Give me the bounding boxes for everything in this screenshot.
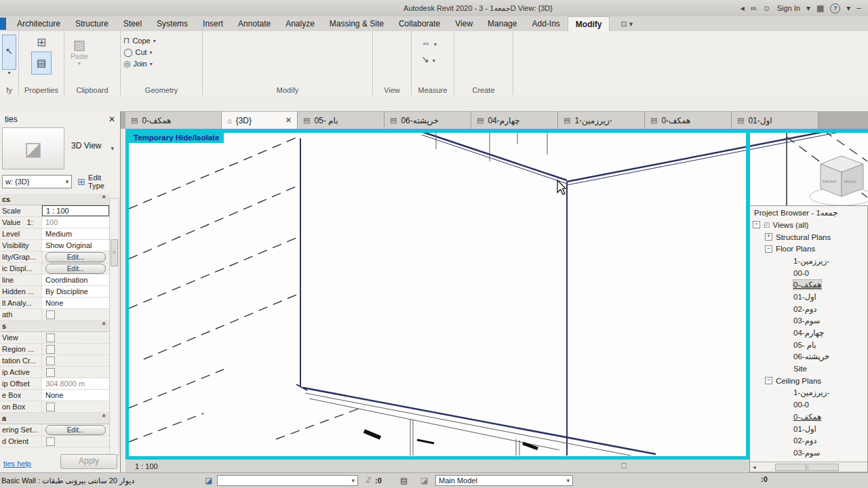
design-option-combo[interactable]: Main Model▾ xyxy=(435,475,573,486)
geometry-tool[interactable]: ◎ Join ▾ xyxy=(123,59,156,68)
chevron-left-icon[interactable]: ◂ xyxy=(741,3,745,13)
property-row[interactable]: Scale 1 : 100 1 : 100 « xyxy=(0,205,109,217)
checkbox[interactable] xyxy=(46,403,55,411)
tree-item[interactable]: 00-0 xyxy=(750,267,867,279)
ribbon-tab[interactable]: Massing & Site xyxy=(322,16,391,31)
view-tab[interactable]: ⌂ {3D} ✕ xyxy=(222,112,298,129)
ribbon-tab[interactable]: Structure xyxy=(68,16,116,31)
property-row[interactable]: Value 1: 100 100 « xyxy=(0,217,109,228)
view-tab[interactable]: ▤ اول-01 ✕ xyxy=(732,112,818,129)
worksets-icon[interactable]: ◪ xyxy=(205,476,212,485)
chevron-down-icon[interactable]: ▾ xyxy=(150,61,153,67)
measure-tool-icon[interactable]: ⇔▾ xyxy=(421,37,437,48)
property-row[interactable]: d Orient « xyxy=(0,436,109,447)
tree-expander-icon[interactable]: − xyxy=(765,377,772,384)
property-row[interactable]: Level Medium Medium « xyxy=(0,228,109,240)
edit-button[interactable]: Edit... xyxy=(45,264,106,274)
view-selector-combo[interactable]: w: {3D} ▾ xyxy=(2,175,72,188)
view-tab[interactable]: ▤ چهارم-04 ✕ xyxy=(471,112,558,129)
design-options-icon[interactable]: ▤ xyxy=(400,476,408,485)
tree-item[interactable]: همكف-0 xyxy=(750,411,867,423)
wall-joins-icon[interactable] xyxy=(160,37,171,54)
edit-button[interactable]: Edit... xyxy=(45,252,106,262)
property-row[interactable]: lt Analy... None None « xyxy=(0,298,109,309)
tree-item[interactable]: Site xyxy=(750,363,867,375)
view-tab[interactable]: ▤ همكف-0 ✕ xyxy=(125,112,222,129)
ribbon-tab[interactable]: Insert xyxy=(195,16,231,31)
minimize-icon[interactable]: – xyxy=(856,3,861,13)
ribbon-tab[interactable]: Collaborate xyxy=(391,16,448,31)
tree-item[interactable]: − Floor Plans xyxy=(750,243,867,255)
tree-item[interactable]: − ◰ Views (all) xyxy=(750,219,867,231)
property-row[interactable]: View « xyxy=(0,332,109,344)
search-icon[interactable]: ∞ xyxy=(751,3,757,13)
property-row[interactable]: tation Cr... « xyxy=(0,355,109,367)
property-row[interactable]: e Box None None « xyxy=(0,390,109,401)
property-row[interactable]: Region ... « xyxy=(0,344,109,355)
tree-item[interactable]: 00-0 xyxy=(750,399,867,411)
chevron-down-icon[interactable]: ▾ xyxy=(64,60,94,66)
scroll-left-icon[interactable]: ◂ xyxy=(750,464,759,470)
properties-scrollbar[interactable]: ≡ xyxy=(109,198,119,455)
tree-item[interactable]: سوم-03 xyxy=(750,447,867,459)
property-row[interactable]: ath « xyxy=(0,309,109,321)
workset-combo[interactable]: ▾ xyxy=(217,475,358,486)
property-row[interactable]: lity/Grap... Edit... Edit... « xyxy=(0,251,109,263)
ribbon-tab[interactable]: Steel xyxy=(116,16,149,31)
scrollbar-thumb[interactable]: ||| xyxy=(775,464,839,471)
tree-item[interactable]: سوم-03 xyxy=(750,315,867,327)
ribbon-tab[interactable]: Annotate xyxy=(231,16,278,31)
tree-item[interactable]: − Ceiling Plans xyxy=(750,375,867,387)
property-row[interactable]: s « xyxy=(0,321,109,332)
app-store-cart-icon[interactable]: ▦ xyxy=(816,3,824,13)
property-row[interactable]: Hidden ... By Discipline By Discipline « xyxy=(0,286,109,298)
paste-button[interactable]: ▨ Paste ▾ xyxy=(64,31,94,95)
tree-item[interactable]: همكف-0 xyxy=(750,279,867,291)
collapse-section-icon[interactable]: « xyxy=(101,321,108,331)
close-view-icon[interactable]: ✕ xyxy=(285,116,292,125)
checkbox[interactable] xyxy=(46,368,55,377)
tree-item[interactable]: + Structural Plans xyxy=(750,231,867,243)
checkbox[interactable] xyxy=(46,357,55,365)
project-browser-hscrollbar[interactable]: ◂ ||| xyxy=(750,462,867,472)
property-row[interactable]: ic Displ... Edit... Edit... « xyxy=(0,263,109,274)
tree-expander-icon[interactable]: − xyxy=(753,221,760,228)
scale-selector[interactable]: 1 : 100 xyxy=(135,462,158,470)
tree-expander-icon[interactable]: + xyxy=(765,233,772,241)
properties-palette-icon[interactable]: ▤ xyxy=(31,52,52,75)
ribbon-tab[interactable]: Add-Ins xyxy=(524,16,567,31)
tree-item[interactable]: دوم-02 xyxy=(750,303,867,315)
sign-in-link[interactable]: Sign In xyxy=(777,4,800,12)
geometry-tool[interactable]: ◯ Cut ▾ xyxy=(123,47,156,57)
ribbon-tab[interactable]: View xyxy=(448,16,480,31)
scrollbar-thumb[interactable]: ≡ xyxy=(111,239,118,266)
collapse-section-icon[interactable]: « xyxy=(101,195,108,204)
chevron-down-icon[interactable]: ▾ xyxy=(846,3,850,13)
property-row[interactable]: ip Active « xyxy=(0,367,109,378)
chevron-down-icon[interactable]: ▾ xyxy=(0,70,18,76)
geometry-tool[interactable]: ⊓ Cope ▾ xyxy=(123,36,156,45)
ribbon-tab[interactable]: Modify xyxy=(568,16,610,31)
checkbox[interactable] xyxy=(46,345,55,354)
edit-type-button[interactable]: ⊞ Edit Type xyxy=(77,174,118,190)
tree-item[interactable]: بام -05 xyxy=(750,339,867,351)
property-row[interactable]: a « xyxy=(0,413,109,424)
ribbon-tab[interactable]: Manage xyxy=(480,16,524,31)
property-row[interactable]: cs « xyxy=(0,194,109,205)
active-option-icon[interactable]: ◪ xyxy=(420,476,428,485)
property-row[interactable]: Visibility Show Original Show Original « xyxy=(0,240,109,251)
beam-joins-icon[interactable] xyxy=(174,37,184,54)
collapse-section-icon[interactable]: « xyxy=(101,413,108,423)
file-menu-fragment[interactable] xyxy=(0,18,6,30)
view-tab[interactable]: ▤ بام -05 ✕ xyxy=(298,112,384,129)
ribbon-tab[interactable]: Systems xyxy=(149,16,195,31)
property-row[interactable]: ip Offset 304.8000 m 304.8000 m « xyxy=(0,378,109,390)
editable-only-icon[interactable]: Z xyxy=(366,476,371,484)
edit-button[interactable]: Edit... xyxy=(45,425,106,435)
close-icon[interactable]: ✕ xyxy=(108,115,115,124)
panel-display-toggle-icon[interactable]: ⊡ ▾ xyxy=(620,16,633,31)
property-row[interactable]: on Box « xyxy=(0,401,109,413)
unjoin-icon[interactable] xyxy=(160,57,171,74)
view-tab[interactable]: ▤ خرپشته-06 ✕ xyxy=(384,112,471,129)
properties-help-link[interactable]: ties help xyxy=(3,460,31,468)
